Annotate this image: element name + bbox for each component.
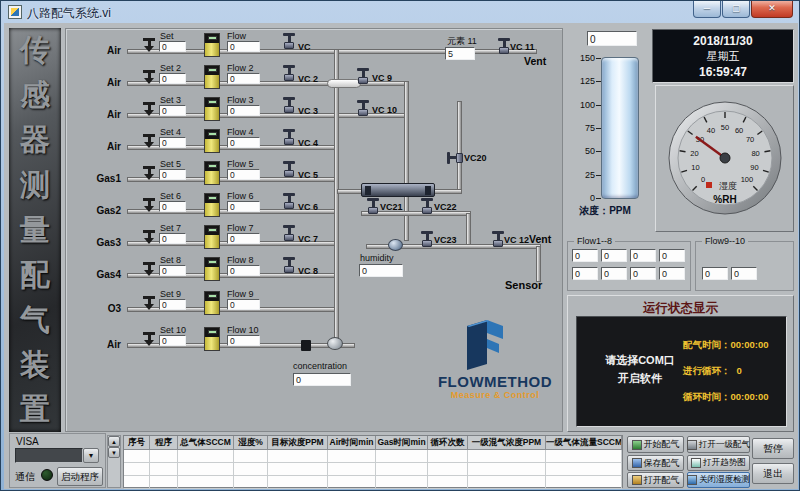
vc-valve-icon[interactable] bbox=[283, 97, 295, 113]
vc11-valve-icon[interactable] bbox=[498, 38, 510, 54]
set-input[interactable]: 0 bbox=[159, 137, 186, 148]
vc21-valve-icon[interactable] bbox=[367, 198, 379, 214]
set-input[interactable]: 0 bbox=[159, 41, 186, 52]
main-window: 八路配气系统.vi ─ ▢ ✕ 传 感 器 测 量 配 气 装 置 Air Se… bbox=[0, 0, 800, 491]
sensor-label: Sensor bbox=[505, 279, 542, 291]
set-input[interactable]: 0 bbox=[159, 265, 186, 276]
scroll-down-button[interactable]: ▼ bbox=[108, 447, 120, 458]
visa-resource-input[interactable] bbox=[15, 448, 83, 463]
visa-group: VISA ▾ 通信 启动程序 bbox=[9, 433, 106, 488]
sidebar-char: 量 bbox=[20, 215, 50, 245]
vent-mid-label: Vent bbox=[529, 233, 551, 245]
start-gas-button[interactable]: 开始配气 bbox=[627, 436, 684, 453]
flow-label: Flow 7 bbox=[227, 223, 267, 233]
close-button[interactable]: ✕ bbox=[751, 1, 793, 18]
col-header: Air时间min bbox=[328, 436, 376, 450]
vc-valve-icon[interactable] bbox=[283, 193, 295, 209]
pipe bbox=[457, 101, 462, 193]
svg-text:100: 100 bbox=[741, 175, 754, 184]
inlet-valve-icon[interactable] bbox=[143, 262, 155, 276]
flow-indicator: 0 bbox=[227, 73, 260, 84]
title-bar[interactable]: 八路配气系统.vi ─ ▢ ✕ bbox=[1, 1, 799, 23]
gas-label: Gas3 bbox=[73, 237, 121, 248]
pipe bbox=[127, 49, 537, 54]
vc9-valve-icon[interactable] bbox=[357, 68, 369, 84]
set-input[interactable]: 0 bbox=[159, 169, 186, 180]
table-scrollbar[interactable]: ▲ ▼ bbox=[107, 435, 121, 488]
tank-tick: 0 bbox=[567, 193, 595, 203]
save-gas-icon bbox=[632, 458, 642, 468]
humidity-sensor-icon bbox=[388, 239, 403, 251]
col-header: 序号 bbox=[124, 436, 150, 450]
set-input[interactable]: 0 bbox=[159, 73, 186, 84]
vc23-valve-icon[interactable] bbox=[421, 231, 433, 247]
vc10-valve-icon[interactable] bbox=[357, 100, 369, 116]
program-table[interactable]: 序号 程序 总气体SCCM 湿度% 目标浓度PPM Air时间min Gas时间… bbox=[123, 435, 623, 488]
concentration-display: 0 bbox=[587, 31, 637, 46]
cycle-time-row: 循环时间：00:00:00 bbox=[683, 391, 769, 404]
flow-display-7: 0 bbox=[630, 267, 656, 280]
vc-valve-icon[interactable] bbox=[283, 161, 295, 177]
vc-valve-icon[interactable] bbox=[283, 257, 295, 273]
vc20-valve-icon[interactable] bbox=[447, 152, 463, 164]
vent-top-label: Vent bbox=[524, 55, 546, 67]
inlet-valve-icon[interactable] bbox=[143, 70, 155, 84]
vc-valve-icon[interactable] bbox=[283, 65, 295, 81]
gas-label: Air bbox=[73, 339, 121, 350]
tank-tick: 75 bbox=[567, 123, 595, 133]
maximize-button[interactable]: ▢ bbox=[722, 1, 750, 18]
mfc-icon bbox=[204, 129, 220, 153]
flow-display-10: 0 bbox=[731, 267, 757, 280]
vc12-valve-icon[interactable] bbox=[492, 231, 504, 247]
tank-tick: 50 bbox=[567, 146, 595, 156]
set-input[interactable]: 0 bbox=[159, 335, 186, 346]
inlet-valve-icon[interactable] bbox=[143, 38, 155, 52]
inlet-valve-icon[interactable] bbox=[143, 296, 155, 310]
svg-text:80: 80 bbox=[751, 149, 759, 158]
open-level1-button[interactable]: 打开一级配气 bbox=[687, 436, 750, 453]
gas-label: Gas1 bbox=[73, 173, 121, 184]
pause-button[interactable]: 暂停 bbox=[752, 438, 794, 459]
scroll-up-button[interactable]: ▲ bbox=[108, 436, 120, 447]
flow-display-5: 0 bbox=[572, 267, 598, 280]
minimize-button[interactable]: ─ bbox=[693, 1, 721, 18]
table-row[interactable] bbox=[124, 476, 622, 489]
element11-input[interactable]: 5 bbox=[445, 47, 475, 60]
save-gas-button[interactable]: 保存配气 bbox=[627, 455, 684, 471]
vc-valve-icon[interactable] bbox=[283, 129, 295, 145]
set-input[interactable]: 0 bbox=[159, 299, 186, 310]
humidity-gauge-panel: 0102030405060708090100 湿度 %RH bbox=[655, 85, 794, 232]
col-header: 循环次数 bbox=[428, 436, 468, 450]
set-input[interactable]: 0 bbox=[159, 233, 186, 244]
col-header: 程序 bbox=[150, 436, 178, 450]
inlet-valve-icon[interactable] bbox=[143, 102, 155, 116]
svg-text:50: 50 bbox=[721, 123, 729, 132]
inlet-valve-icon[interactable] bbox=[143, 332, 155, 346]
flow-indicator: 0 bbox=[227, 265, 260, 276]
close-humidity-button[interactable]: 关闭湿度检测 bbox=[687, 472, 750, 488]
set-input[interactable]: 0 bbox=[159, 105, 186, 116]
vc-valve-icon[interactable] bbox=[283, 33, 295, 49]
inlet-valve-icon[interactable] bbox=[143, 134, 155, 148]
open-trend-button[interactable]: 打开趋势图 bbox=[687, 455, 750, 471]
set-label: Set 6 bbox=[160, 191, 192, 201]
svg-text:40: 40 bbox=[707, 126, 715, 135]
inlet-valve-icon[interactable] bbox=[143, 198, 155, 212]
table-row[interactable] bbox=[124, 450, 622, 463]
flow-label: Flow 4 bbox=[227, 127, 267, 137]
gas-row-1: Air Set 0 Flow 0 VC bbox=[65, 36, 563, 66]
set-input[interactable]: 0 bbox=[159, 201, 186, 212]
exit-button[interactable]: 退出 bbox=[752, 463, 794, 484]
inlet-valve-icon[interactable] bbox=[143, 230, 155, 244]
visa-dropdown-button[interactable]: ▾ bbox=[83, 448, 99, 463]
time-text: 16:59:47 bbox=[653, 64, 793, 80]
vc22-valve-icon[interactable] bbox=[421, 198, 433, 214]
open-gas-button[interactable]: 打开配气 bbox=[627, 472, 684, 488]
gas-label: Air bbox=[73, 141, 121, 152]
table-row[interactable] bbox=[124, 463, 622, 476]
vc-label: VC 7 bbox=[298, 234, 318, 244]
start-program-button[interactable]: 启动程序 bbox=[57, 467, 103, 486]
set-label: Set 5 bbox=[160, 159, 192, 169]
vc-valve-icon[interactable] bbox=[283, 225, 295, 241]
inlet-valve-icon[interactable] bbox=[143, 166, 155, 180]
